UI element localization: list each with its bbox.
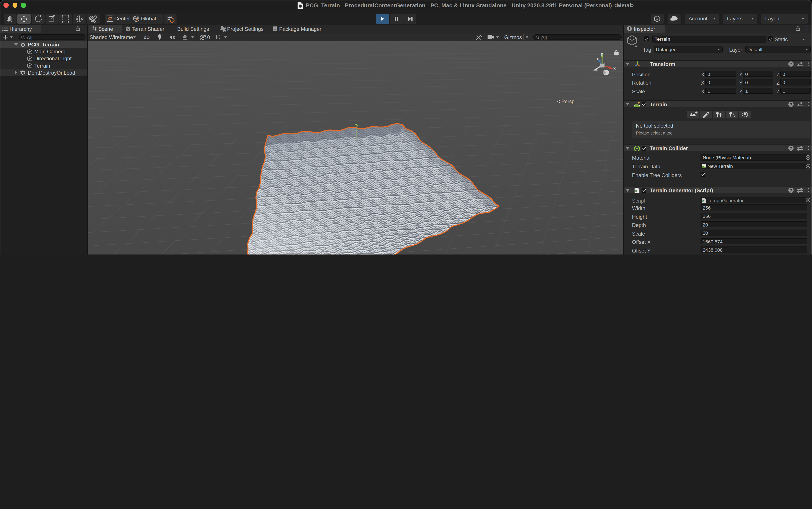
svg-text:?: ?	[790, 102, 792, 106]
svg-text:?: ?	[790, 62, 792, 66]
svg-text:#: #	[635, 189, 637, 193]
svg-text:z: z	[596, 57, 598, 61]
svg-text:?: ?	[790, 146, 792, 150]
svg-text:#: #	[702, 199, 704, 202]
svg-text:y: y	[601, 51, 603, 56]
svg-text:?: ?	[790, 188, 792, 193]
svg-text:x: x	[613, 66, 615, 71]
svg-text:Y: Y	[219, 37, 221, 40]
